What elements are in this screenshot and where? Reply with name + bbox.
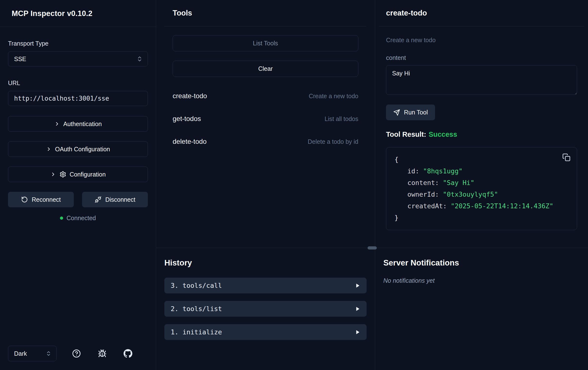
- unplug-icon: [95, 196, 102, 203]
- configuration-button[interactable]: Configuration: [8, 167, 148, 182]
- json-key: content:: [407, 179, 439, 186]
- chevrons-up-down-icon: [46, 350, 52, 356]
- copy-icon: [562, 153, 570, 161]
- json-entry-createdAt: createdAt:"2025-05-22T14:12:14.436Z": [395, 200, 568, 212]
- authentication-button-label: Authentication: [63, 120, 102, 128]
- tool-list-item-create-todo[interactable]: create-todo Create a new todo: [173, 85, 358, 107]
- run-tool-button[interactable]: Run Tool: [386, 104, 435, 120]
- bug-icon: [98, 349, 106, 358]
- oauth-configuration-button[interactable]: OAuth Configuration: [8, 141, 148, 157]
- theme-select-value: Dark: [14, 350, 27, 357]
- url-input[interactable]: [8, 91, 148, 106]
- connection-status: Connected: [8, 215, 148, 222]
- splitter-drag-handle[interactable]: [368, 246, 377, 250]
- disconnect-button-label: Disconnect: [105, 196, 136, 203]
- bug-report-button[interactable]: [96, 348, 108, 359]
- authentication-button[interactable]: Authentication: [8, 116, 148, 132]
- help-button[interactable]: [71, 348, 82, 359]
- divider: [379, 26, 584, 26]
- history-list: 3. tools/call 2. tools/list 1. initializ…: [164, 278, 367, 340]
- chevron-right-icon: [50, 171, 56, 177]
- transport-type-value: SSE: [14, 56, 26, 62]
- json-value: "8hqs1ugg": [423, 167, 463, 175]
- tool-detail-subtitle: Create a new todo: [386, 37, 577, 44]
- sidebar-footer: Dark: [0, 346, 156, 370]
- github-icon: [124, 349, 132, 358]
- history-item-initialize[interactable]: 1. initialize: [164, 324, 367, 340]
- content-field-label: content: [386, 54, 577, 61]
- tool-detail-pane: create-todo Create a new todo content Sa…: [375, 0, 588, 248]
- tool-description: List all todos: [325, 115, 358, 122]
- history-item-label: 1. initialize: [171, 328, 222, 336]
- expand-arrow-icon: [355, 306, 360, 311]
- json-entry-id: id:"8hqs1ugg": [395, 165, 568, 177]
- history-item-tools-list[interactable]: 2. tools/list: [164, 301, 367, 317]
- connection-status-label: Connected: [66, 215, 96, 222]
- json-key: ownerId:: [407, 190, 439, 198]
- app-title: MCP Inspector v0.10.2: [12, 9, 148, 18]
- tool-list-item-get-todos[interactable]: get-todos List all todos: [173, 107, 358, 130]
- copy-button[interactable]: [561, 152, 571, 162]
- expand-arrow-icon: [355, 330, 360, 335]
- mcp-inspector-app: MCP Inspector v0.10.2 Transport Type SSE…: [0, 0, 588, 370]
- help-circle-icon: [72, 349, 81, 358]
- run-tool-button-label: Run Tool: [404, 109, 428, 116]
- json-value: "0tx3ouylyqf5": [443, 190, 498, 198]
- chevron-right-icon: [54, 121, 60, 127]
- json-key: id:: [407, 167, 419, 175]
- notifications-pane: Server Notifications No notifications ye…: [375, 248, 588, 370]
- tool-result-box: { id:"8hqs1ugg" content:"Say Hi" ownerId…: [386, 147, 577, 230]
- history-item-tools-call[interactable]: 3. tools/call: [164, 278, 367, 293]
- tool-result-label: Tool Result:: [386, 130, 426, 138]
- tools-pane-title: Tools: [173, 9, 367, 18]
- reconnect-button-label: Reconnect: [32, 196, 61, 203]
- json-entry-content: content:"Say Hi": [395, 177, 568, 189]
- tool-name: create-todo: [173, 92, 207, 100]
- configuration-button-label: Configuration: [70, 171, 106, 178]
- chevrons-up-down-icon: [136, 56, 143, 62]
- sidebar: MCP Inspector v0.10.2 Transport Type SSE…: [0, 0, 156, 370]
- sidebar-content: Transport Type SSE URL Authentication: [0, 27, 156, 346]
- rotate-ccw-icon: [21, 196, 28, 203]
- result-json: { id:"8hqs1ugg" content:"Say Hi" ownerId…: [395, 154, 568, 224]
- status-dot-icon: [60, 217, 63, 220]
- json-close-brace: }: [395, 212, 568, 224]
- tool-name: get-todos: [173, 115, 201, 123]
- json-open-brace: {: [395, 154, 568, 165]
- gear-icon: [60, 171, 66, 178]
- tool-description: Delete a todo by id: [308, 138, 358, 145]
- history-pane: History 3. tools/call 2. tools/list: [156, 248, 375, 370]
- tool-list: create-todo Create a new todo get-todos …: [173, 85, 358, 153]
- tools-pane: Tools List Tools Clear create-todo Creat…: [156, 0, 375, 248]
- transport-type-label: Transport Type: [8, 40, 148, 47]
- github-button[interactable]: [122, 348, 134, 359]
- expand-arrow-icon: [355, 283, 360, 288]
- oauth-configuration-button-label: OAuth Configuration: [55, 146, 110, 153]
- send-icon: [393, 109, 400, 116]
- divider: [164, 26, 367, 26]
- json-value: "2025-05-22T14:12:14.436Z": [451, 202, 554, 210]
- list-tools-button[interactable]: List Tools: [173, 35, 358, 51]
- connection-actions: Reconnect Disconnect: [8, 192, 148, 207]
- history-item-label: 3. tools/call: [171, 282, 222, 289]
- json-value: "Say Hi": [443, 179, 474, 186]
- tool-description: Create a new todo: [309, 93, 358, 100]
- transport-type-select[interactable]: SSE: [8, 51, 148, 66]
- history-item-label: 2. tools/list: [171, 305, 222, 312]
- content-textarea[interactable]: Say Hi: [386, 65, 577, 95]
- tool-result-line: Tool Result:Success: [386, 130, 577, 139]
- clear-tools-button[interactable]: Clear: [173, 61, 358, 77]
- json-entry-ownerId: ownerId:"0tx3ouylyqf5": [395, 189, 568, 200]
- sidebar-header: MCP Inspector v0.10.2: [0, 0, 156, 27]
- footer-icons: [57, 348, 148, 359]
- disconnect-button[interactable]: Disconnect: [82, 192, 148, 207]
- json-key: createdAt:: [407, 202, 447, 210]
- url-label: URL: [8, 80, 148, 87]
- tool-list-item-delete-todo[interactable]: delete-todo Delete a todo by id: [173, 130, 358, 153]
- tool-result-status: Success: [429, 130, 457, 138]
- main-area: Tools List Tools Clear create-todo Creat…: [156, 0, 588, 370]
- reconnect-button[interactable]: Reconnect: [8, 192, 74, 207]
- theme-select[interactable]: Dark: [8, 346, 57, 361]
- notifications-title: Server Notifications: [383, 258, 580, 267]
- tool-detail-title: create-todo: [386, 9, 577, 18]
